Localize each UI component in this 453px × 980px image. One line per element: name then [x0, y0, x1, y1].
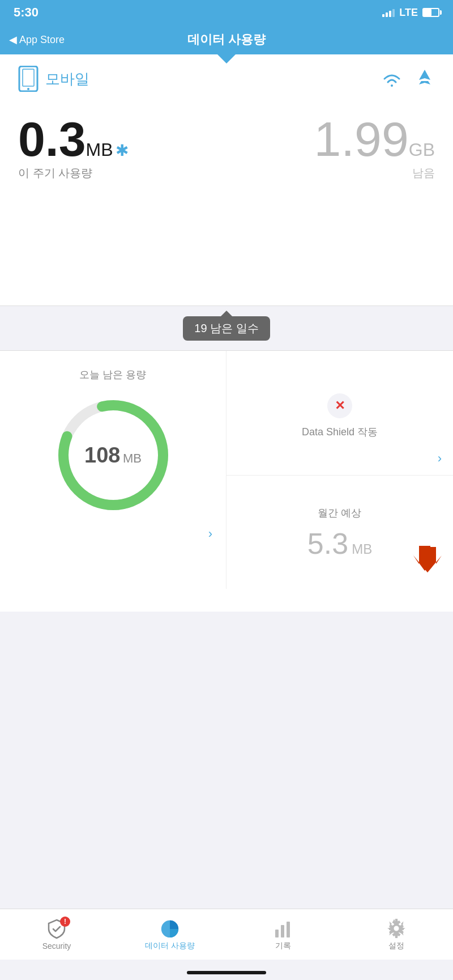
monthly-unit: MB [352, 541, 372, 557]
donut-unit: MB [123, 451, 142, 465]
used-data-value: 0.3 [18, 112, 86, 166]
home-indicator [187, 971, 266, 974]
lte-label: LTE [399, 7, 418, 19]
cards-grid: 오늘 남은 용량 108 MB › ✕ Data Shield 작동 › [0, 351, 453, 589]
donut-card-label: 오늘 남은 용량 [79, 368, 146, 381]
svg-point-2 [27, 88, 29, 90]
used-data-stat: 0.3MB✱ 이 주기 사용량 [18, 114, 129, 181]
security-tab-icon: ! [46, 919, 67, 939]
tab-security-label: Security [42, 941, 71, 951]
tab-history-label: 기록 [275, 941, 291, 951]
days-tooltip-text: 19 남은 일수 [194, 322, 258, 334]
gear-icon-overlay [386, 918, 407, 939]
page-title: 데이터 사용량 [187, 31, 266, 48]
remaining-data-unit: GB [409, 139, 435, 160]
svg-rect-9 [287, 922, 290, 937]
status-icons: LTE [382, 7, 439, 19]
monthly-down-arrow-icon [408, 541, 442, 578]
data-shield-arrow[interactable]: › [438, 451, 442, 466]
monthly-label: 월간 예상 [318, 506, 361, 520]
phone-icon [18, 66, 39, 92]
today-remaining-card[interactable]: 오늘 남은 용량 108 MB › [0, 351, 226, 589]
monthly-estimate-card[interactable]: 월간 예상 5.3 MB [226, 476, 453, 589]
donut-value: 108 [84, 443, 120, 467]
wifi-icon [381, 70, 403, 88]
airplane-icon [414, 69, 435, 89]
bar-chart-icon [273, 918, 293, 939]
used-data-unit: MB [86, 139, 113, 160]
security-badge: ! [60, 917, 70, 927]
status-bar: 5:30 LTE [0, 0, 453, 25]
asterisk-mark: ✱ [116, 142, 129, 159]
mobile-label-row: 모바일 [18, 66, 89, 92]
data-shield-x-icon: ✕ [327, 393, 352, 418]
used-data-label: 이 주기 사용량 [18, 166, 129, 181]
tab-settings[interactable]: 설정 [340, 918, 453, 951]
pie-chart-icon [160, 918, 180, 939]
tab-data-usage-label: 데이터 사용량 [145, 941, 195, 951]
settings-tab-icon [386, 918, 407, 939]
data-usage-tab-icon [160, 918, 180, 939]
data-shield-label: Data Shield 작동 [302, 425, 378, 439]
bottom-spacer [0, 589, 453, 612]
nav-bar: ◀ App Store 데이터 사용량 [0, 25, 453, 54]
chart-area [0, 203, 453, 306]
monthly-value-row: 5.3 MB [307, 527, 372, 561]
days-tooltip: 19 남은 일수 [183, 316, 270, 341]
mobile-icons [381, 69, 435, 89]
data-shield-card[interactable]: ✕ Data Shield 작동 › [226, 351, 453, 476]
signal-bars-icon [382, 8, 395, 17]
tab-bar: ! Security 데이터 사용량 기록 [0, 909, 453, 960]
status-time: 5:30 [14, 5, 39, 20]
battery-icon [422, 8, 439, 17]
days-remaining-section: 19 남은 일수 [0, 306, 453, 351]
data-stats-section: 0.3MB✱ 이 주기 사용량 1.99GB 남음 [0, 97, 453, 203]
nav-triangle [217, 54, 236, 63]
tab-history[interactable]: 기록 [226, 918, 340, 951]
svg-rect-7 [275, 930, 279, 937]
remaining-data-stat: 1.99GB 남음 [314, 114, 435, 181]
donut-chart: 108 MB [51, 393, 176, 517]
tab-settings-label: 설정 [388, 941, 404, 951]
svg-rect-8 [281, 925, 284, 937]
svg-rect-1 [23, 69, 34, 86]
monthly-num: 5.3 [307, 527, 348, 561]
mobile-label: 모바일 [45, 69, 89, 89]
history-tab-icon [273, 918, 293, 939]
remaining-data-value: 1.99 [314, 112, 408, 166]
back-button[interactable]: ◀ App Store [9, 33, 65, 46]
donut-center-value: 108 MB [84, 443, 142, 468]
donut-card-arrow[interactable]: › [208, 527, 212, 541]
svg-rect-0 [19, 66, 37, 91]
right-cards: ✕ Data Shield 작동 › 월간 예상 5.3 MB [226, 351, 453, 589]
remaining-data-label: 남음 [314, 166, 435, 181]
tab-data-usage[interactable]: 데이터 사용량 [113, 918, 226, 951]
tab-security[interactable]: ! Security [0, 919, 113, 951]
